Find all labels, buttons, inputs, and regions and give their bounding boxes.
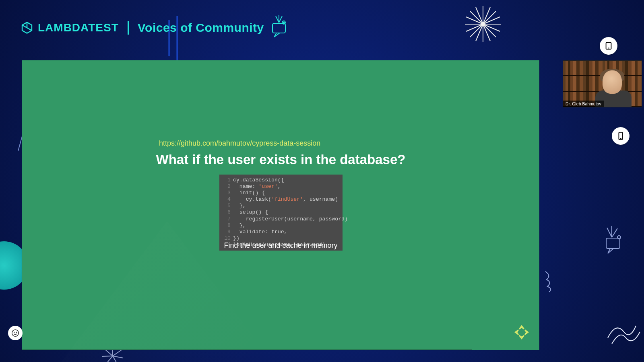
svg-line-10	[483, 24, 500, 31]
brand-logo: LAMBDATEST	[20, 21, 119, 35]
chat-bubble-icon	[268, 15, 290, 39]
slide-caption: Find the user and cache in memory	[22, 241, 539, 250]
phone-button[interactable]	[612, 127, 630, 145]
svg-point-39	[14, 332, 14, 333]
decor-chat-doodle	[596, 225, 628, 257]
slide-url: https://github.com/bahmutov/cypress-data…	[159, 139, 644, 148]
svg-line-13	[466, 24, 483, 31]
smile-icon	[11, 329, 20, 337]
svg-line-12	[476, 24, 483, 41]
slide-title: What if the user exists in the database?	[22, 152, 539, 167]
svg-point-27	[617, 236, 621, 239]
svg-point-40	[16, 332, 17, 333]
brand-bar: LAMBDATEST Voices of Community	[20, 21, 264, 35]
decor-wave	[604, 310, 644, 346]
svg-line-3	[483, 24, 496, 37]
device-button[interactable]	[600, 37, 617, 55]
diamond-nav-icon[interactable]	[513, 323, 530, 343]
brand-divider	[128, 21, 129, 35]
presentation-slide: https://github.com/bahmutov/cypress-data…	[22, 60, 539, 350]
svg-line-5	[470, 24, 483, 37]
svg-rect-26	[606, 238, 620, 249]
svg-line-23	[607, 228, 612, 237]
svg-line-8	[483, 7, 490, 24]
svg-line-25	[612, 228, 617, 237]
svg-line-1	[483, 11, 496, 24]
svg-line-28	[276, 16, 279, 23]
reaction-button[interactable]	[8, 326, 23, 340]
slide-progress	[22, 349, 472, 350]
svg-line-14	[466, 17, 483, 24]
phone-icon	[616, 132, 625, 140]
decor-scribble	[543, 269, 559, 294]
svg-line-11	[483, 24, 490, 41]
presenter-name: Dr. Gleb Bahmutov	[563, 101, 604, 107]
lambdatest-icon	[20, 21, 34, 35]
svg-point-33	[283, 22, 285, 23]
tablet-icon	[604, 41, 613, 50]
svg-point-38	[12, 330, 19, 337]
svg-line-7	[470, 11, 483, 24]
decor-burst	[463, 4, 503, 44]
svg-line-30	[279, 16, 282, 23]
svg-rect-31	[272, 23, 285, 33]
svg-line-9	[483, 17, 500, 24]
brand-tagline: Voices of Community	[138, 21, 264, 35]
svg-line-15	[476, 7, 483, 24]
brand-name: LAMBDATEST	[38, 21, 119, 34]
presenter-webcam[interactable]: Dr. Gleb Bahmutov	[563, 60, 642, 107]
code-block: 1cy.dataSession({ 2 name: 'user', 3 init…	[219, 175, 343, 251]
